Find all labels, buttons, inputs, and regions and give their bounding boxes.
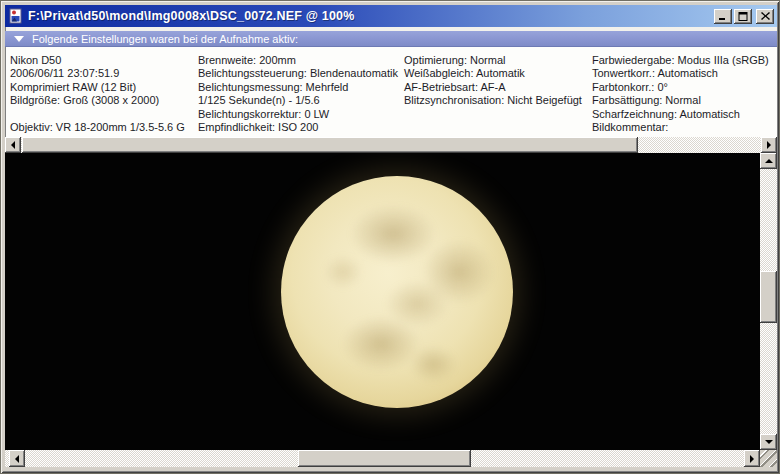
metadata-column-exposure: Brennweite: 200mm Belichtungssteuerung: … bbox=[198, 54, 398, 134]
image-viewport bbox=[5, 153, 760, 450]
exif-metadata-panel: Nikon D50 2006/06/11 23:07:51.9 Komprimi… bbox=[5, 47, 777, 137]
vertical-scrollbar[interactable] bbox=[760, 153, 777, 450]
meta-datetime: 2006/06/11 23:07:51.9 bbox=[10, 67, 185, 80]
arrow-down-icon bbox=[765, 440, 773, 444]
metadata-scroll-right-button[interactable] bbox=[761, 137, 777, 153]
image-scroll-left-button[interactable] bbox=[9, 450, 25, 467]
moon-maria-texture bbox=[281, 176, 513, 408]
image-scrollbar-thumb[interactable] bbox=[298, 450, 471, 467]
meta-af-mode: AF-Betriebsart: AF-A bbox=[404, 81, 582, 94]
close-button[interactable] bbox=[756, 9, 774, 24]
image-horizontal-scrollbar[interactable] bbox=[5, 450, 760, 467]
arrow-left-icon bbox=[15, 455, 19, 463]
meta-metering: Belichtungsmessung: Mehrfeld bbox=[198, 81, 398, 94]
vertical-scrollbar-thumb[interactable] bbox=[760, 271, 777, 323]
metadata-column-color: Farbwiedergabe: Modus IIIa (sRGB) Tonwer… bbox=[592, 54, 769, 134]
metadata-scrollbar-thumb[interactable] bbox=[22, 137, 638, 153]
window-controls bbox=[714, 9, 774, 24]
meta-optimization: Optimierung: Normal bbox=[404, 54, 582, 67]
metadata-horizontal-scrollbar[interactable] bbox=[5, 137, 777, 153]
window-title: F:\Privat\d50\mond\Img0008x\DSC_0072.NEF… bbox=[28, 9, 714, 23]
meta-exposure-comp: Belichtungskorrektur: 0 LW bbox=[198, 108, 398, 121]
meta-tone-comp: Tonwertkorr.: Automatisch bbox=[592, 67, 769, 80]
minimize-icon bbox=[718, 12, 728, 21]
window-bottom-frame bbox=[5, 467, 777, 471]
app-window: F:\Privat\d50\mond\Img0008x\DSC_0072.NEF… bbox=[0, 0, 780, 474]
resize-grip[interactable] bbox=[760, 450, 777, 467]
meta-focal-length: Brennweite: 200mm bbox=[198, 54, 398, 67]
meta-flash-sync: Blitzsynchronisation: Nicht Beigefügt bbox=[404, 94, 582, 107]
arrow-right-icon bbox=[767, 141, 771, 149]
moon-photo bbox=[281, 176, 513, 408]
meta-image-size: Bildgröße: Groß (3008 x 2000) bbox=[10, 94, 185, 107]
arrow-left-icon bbox=[11, 141, 15, 149]
exif-header-label: Folgende Einstellungen waren bei der Auf… bbox=[32, 33, 298, 45]
meta-blank-line bbox=[10, 108, 185, 121]
arrow-up-icon bbox=[765, 159, 773, 163]
meta-lens: Objektiv: VR 18-200mm 1/3.5-5.6 G bbox=[10, 121, 185, 134]
meta-exposure-mode: Belichtungssteuerung: Blendenautomatik bbox=[198, 67, 398, 80]
meta-sharpening: Scharfzeichnung: Automatisch bbox=[592, 108, 769, 121]
meta-white-balance: Weißabgleich: Automatik bbox=[404, 67, 582, 80]
chevron-down-icon bbox=[14, 36, 24, 42]
title-bar[interactable]: F:\Privat\d50\mond\Img0008x\DSC_0072.NEF… bbox=[5, 5, 777, 27]
meta-raw-format: Komprimiert RAW (12 Bit) bbox=[10, 81, 185, 94]
scroll-up-button[interactable] bbox=[760, 153, 777, 169]
maximize-icon bbox=[738, 12, 748, 21]
close-icon bbox=[761, 12, 770, 20]
meta-iso: Empfindlichkeit: ISO 200 bbox=[198, 121, 398, 134]
maximize-button[interactable] bbox=[734, 9, 752, 24]
meta-hue-adjustment: Farbtonkorr.: 0° bbox=[592, 81, 769, 94]
image-file-icon[interactable] bbox=[8, 8, 24, 24]
meta-camera-model: Nikon D50 bbox=[10, 54, 185, 67]
exif-header-bar[interactable]: Folgende Einstellungen waren bei der Auf… bbox=[5, 31, 777, 47]
minimize-button[interactable] bbox=[714, 9, 732, 24]
meta-color-mode: Farbwiedergabe: Modus IIIa (sRGB) bbox=[592, 54, 769, 67]
meta-image-comment: Bildkommentar: bbox=[592, 121, 769, 134]
image-scroll-right-button[interactable] bbox=[744, 450, 760, 467]
metadata-column-processing: Optimierung: Normal Weißabgleich: Automa… bbox=[404, 54, 582, 108]
metadata-scroll-left-button[interactable] bbox=[5, 137, 21, 153]
meta-saturation: Farbsättigung: Normal bbox=[592, 94, 769, 107]
scroll-down-button[interactable] bbox=[760, 434, 777, 450]
metadata-column-camera: Nikon D50 2006/06/11 23:07:51.9 Komprimi… bbox=[10, 54, 185, 134]
meta-shutter-aperture: 1/125 Sekunde(n) - 1/5.6 bbox=[198, 94, 398, 107]
arrow-right-icon bbox=[750, 455, 754, 463]
